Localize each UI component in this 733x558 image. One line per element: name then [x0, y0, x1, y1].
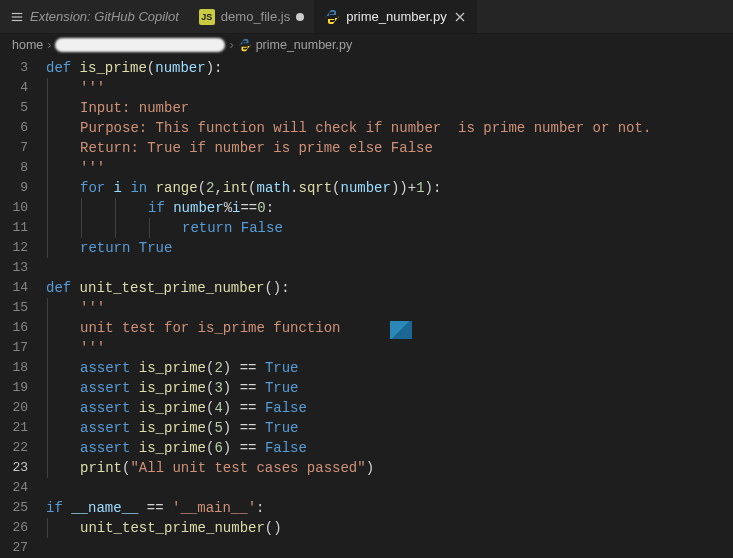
code-line[interactable]: 7Return: True if number is prime else Fa… — [0, 138, 733, 158]
code-line[interactable]: 21assert is_prime(5) == True — [0, 418, 733, 438]
code-line[interactable]: 5Input: number — [0, 98, 733, 118]
line-number: 8 — [0, 158, 46, 178]
tab-prime-number[interactable]: prime_number.py — [314, 0, 476, 33]
line-number: 7 — [0, 138, 46, 158]
line-number: 23 — [0, 458, 46, 478]
code-line[interactable]: 20assert is_prime(4) == False — [0, 398, 733, 418]
token-const: True — [139, 240, 173, 256]
code-line[interactable]: 17''' — [0, 338, 733, 358]
token-kw: assert — [80, 360, 139, 376]
code-content: unit_test_prime_number() — [46, 518, 282, 538]
code-content: if number%i==0: — [46, 198, 274, 218]
code-line[interactable]: 23print("All unit test cases passed") — [0, 458, 733, 478]
code-content: return False — [46, 218, 283, 238]
code-line[interactable]: 6Purpose: This function will check if nu… — [0, 118, 733, 138]
indent-guide — [47, 238, 48, 258]
token-num: 3 — [214, 380, 222, 396]
indent-guide — [115, 218, 116, 238]
code-editor[interactable]: 3def is_prime(number):4'''5Input: number… — [0, 56, 733, 558]
token-str: ''' — [80, 340, 105, 356]
token-op: == — [138, 500, 172, 516]
code-content: ''' — [46, 298, 105, 318]
breadcrumb-file[interactable]: prime_number.py — [256, 38, 353, 52]
token-const: False — [265, 400, 307, 416]
indent-guide — [47, 358, 48, 378]
token-dund: __name__ — [71, 500, 138, 516]
indent-guide — [47, 518, 48, 538]
code-content: print("All unit test cases passed") — [46, 458, 374, 478]
breadcrumb-root[interactable]: home — [12, 38, 43, 52]
token-kw: def — [46, 60, 80, 76]
indent-guide — [47, 418, 48, 438]
token-kw: return — [80, 240, 139, 256]
line-number: 11 — [0, 218, 46, 238]
line-number: 26 — [0, 518, 46, 538]
token-var: number — [155, 60, 205, 76]
token-fn: is_prime — [139, 400, 206, 416]
tab-demo-file[interactable]: JS demo_file.js — [189, 0, 314, 33]
line-number: 20 — [0, 398, 46, 418]
code-line[interactable]: 3def is_prime(number): — [0, 58, 733, 78]
token-op: == — [240, 200, 257, 216]
indent-guide — [47, 338, 48, 358]
token-pn: : — [256, 500, 264, 516]
code-content: unit test for is_prime function — [46, 318, 340, 338]
token-str: '__main__' — [172, 500, 256, 516]
code-line[interactable]: 4''' — [0, 78, 733, 98]
token-pn: , — [214, 180, 222, 196]
code-content: for i in range(2,int(math.sqrt(number))+… — [46, 178, 441, 198]
code-content: Return: True if number is prime else Fal… — [46, 138, 433, 158]
code-line[interactable]: 11return False — [0, 218, 733, 238]
close-icon[interactable] — [453, 10, 467, 24]
line-number: 22 — [0, 438, 46, 458]
tab-extension-copilot[interactable]: Extension: GitHub Copilot — [0, 0, 189, 33]
token-num: 1 — [416, 180, 424, 196]
token-str: ''' — [80, 300, 105, 316]
token-num: 2 — [214, 360, 222, 376]
breadcrumb[interactable]: home › › prime_number.py — [0, 34, 733, 56]
code-line[interactable]: 26unit_test_prime_number() — [0, 518, 733, 538]
code-line[interactable]: 19assert is_prime(3) == True — [0, 378, 733, 398]
code-content: Purpose: This function will check if num… — [46, 118, 651, 138]
indent-guide — [47, 398, 48, 418]
js-icon: JS — [199, 9, 215, 25]
token-const: False — [241, 220, 283, 236]
code-line[interactable]: 13 — [0, 258, 733, 278]
line-number: 5 — [0, 98, 46, 118]
code-line[interactable]: 27 — [0, 538, 733, 558]
code-line[interactable]: 16unit test for is_prime function — [0, 318, 733, 338]
token-str: Return: True if number is prime else Fal… — [80, 140, 433, 156]
token-pn: ) — [223, 380, 240, 396]
code-line[interactable]: 22assert is_prime(6) == False — [0, 438, 733, 458]
token-fn: int — [223, 180, 248, 196]
token-var: number — [341, 180, 391, 196]
token-num: 0 — [257, 200, 265, 216]
token-pn: ) — [223, 420, 240, 436]
token-pn: ( — [198, 180, 206, 196]
code-line[interactable]: 9for i in range(2,int(math.sqrt(number))… — [0, 178, 733, 198]
token-const: True — [265, 380, 299, 396]
token-str: unit test for is_prime function — [80, 320, 340, 336]
watermark-icon — [390, 321, 412, 339]
line-number: 12 — [0, 238, 46, 258]
line-number: 6 — [0, 118, 46, 138]
code-content: def is_prime(number): — [46, 58, 222, 78]
code-line[interactable]: 8''' — [0, 158, 733, 178]
code-line[interactable]: 14def unit_test_prime_number(): — [0, 278, 733, 298]
breadcrumb-redacted — [55, 38, 225, 52]
code-line[interactable]: 12return True — [0, 238, 733, 258]
token-op: == — [240, 440, 265, 456]
tab-bar: Extension: GitHub Copilot JS demo_file.j… — [0, 0, 733, 34]
code-line[interactable]: 15''' — [0, 298, 733, 318]
code-line[interactable]: 25if __name__ == '__main__': — [0, 498, 733, 518]
token-kw: assert — [80, 400, 139, 416]
code-line[interactable]: 18assert is_prime(2) == True — [0, 358, 733, 378]
code-line[interactable]: 24 — [0, 478, 733, 498]
indent-guide — [47, 218, 48, 238]
code-content: return True — [46, 238, 172, 258]
token-pn: ( — [147, 60, 155, 76]
indent-guide — [115, 198, 116, 218]
code-line[interactable]: 10if number%i==0: — [0, 198, 733, 218]
token-const: True — [265, 360, 299, 376]
token-var: math — [256, 180, 290, 196]
